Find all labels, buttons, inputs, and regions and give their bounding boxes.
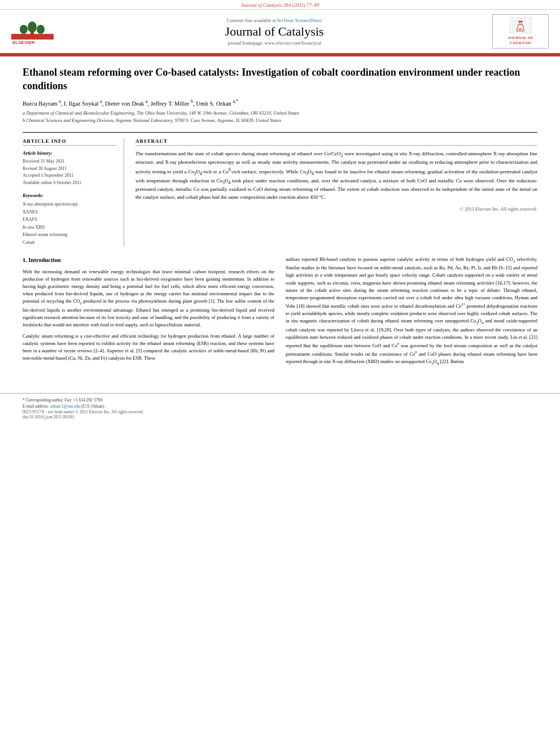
- journal-title: Journal of Catalysis: [56, 24, 492, 39]
- received-date: Received 31 May 2011: [23, 158, 117, 165]
- info-abstract-section: ARTICLE INFO Article history: Received 3…: [23, 132, 537, 247]
- keyword-6: Cobalt: [23, 239, 117, 247]
- copyright-text: 0021-9517/$ - see front matter © 2011 El…: [23, 409, 537, 414]
- affil-a-sup2: a: [100, 99, 102, 104]
- intro-para-1: With the increasing demand on renewable …: [23, 268, 274, 329]
- intro-para-2: Catalytic steam reforming is a cost-effe…: [23, 333, 274, 362]
- affiliation-b: b Chemical Sciences and Engineering Divi…: [23, 117, 537, 124]
- svg-point-4: [37, 25, 45, 34]
- copyright-doi-line: 0021-9517/$ - see front matter © 2011 El…: [23, 409, 537, 420]
- accepted-date: Accepted 1 September 2011: [23, 172, 117, 180]
- intro-col-right: authors reported Rh-based catalysts to p…: [286, 256, 537, 370]
- revised-date: Revised 30 August 2011: [23, 165, 117, 173]
- author-ozkan: Umit S. Ozkan: [196, 100, 231, 106]
- affil-a-sup3: a: [146, 99, 148, 104]
- keyword-1: X-ray absorption spectroscopy: [23, 200, 117, 208]
- introduction-section: 1. Introduction With the increasing dema…: [23, 256, 537, 370]
- footer-area: * Corresponding author. Fax: +1 614 292 …: [0, 393, 560, 426]
- corresponding-author-footnote: * Corresponding author. Fax: +1 614 292 …: [23, 397, 537, 403]
- intro-para-3: authors reported Rh-based catalysts to p…: [286, 256, 537, 367]
- affil-a-star-sup: a,*: [233, 99, 239, 104]
- author-miller: Jeffrey T. Miller: [151, 100, 190, 106]
- keyword-4: In situ XRD: [23, 224, 117, 231]
- affil-b-sup: b: [191, 99, 193, 104]
- sciverse-text: Contents lists available at: [227, 18, 276, 23]
- logo-line1: JOURNAL OF: [496, 36, 545, 41]
- journal-reference: Journal of Catalysis 284 (2011) 77–89: [240, 2, 319, 8]
- authors-line: Burcu Bayram a, I. Ilgaz Soykal a, Diete…: [23, 99, 537, 107]
- svg-rect-6: [509, 18, 532, 33]
- journal-logo-box-area: JOURNAL OF CATALYSIS: [492, 14, 549, 49]
- article-title: Ethanol steam reforming over Co-based ca…: [23, 65, 537, 93]
- main-content: Ethanol steam reforming over Co-based ca…: [0, 56, 560, 382]
- author-soykal: I. Ilgaz Soykal: [64, 100, 99, 106]
- author-deak: Dieter von Deak: [105, 100, 144, 106]
- article-info-col: ARTICLE INFO Article history: Received 3…: [23, 138, 124, 247]
- homepage-label: journal homepage: www.elsevier.com/locat…: [228, 40, 321, 46]
- doi-text: doi:10.1016/j.jcat.2011.09.001: [23, 414, 537, 420]
- affil-a-sup: a: [59, 99, 61, 104]
- keyword-5: Ethanol steam reforming: [23, 231, 117, 239]
- history-label: Article history:: [23, 150, 117, 156]
- article-info-header: ARTICLE INFO: [23, 138, 117, 146]
- svg-point-11: [518, 28, 523, 30]
- affiliation-a: a Department of Chemical and Biomolecula…: [23, 110, 537, 117]
- journal-logo-box: JOURNAL OF CATALYSIS: [492, 14, 549, 49]
- available-date: Available online 6 October 2011: [23, 180, 117, 187]
- email-link[interactable]: ozkan.1@osu.edu: [50, 404, 81, 409]
- email-suffix: (U.S. Ozkan).: [81, 404, 105, 409]
- journal-top-bar: Journal of Catalysis 284 (2011) 77–89: [0, 0, 560, 10]
- svg-text:ELSEVIER: ELSEVIER: [12, 40, 35, 45]
- sciverse-link[interactable]: SciVerse ScienceDirect: [277, 18, 322, 23]
- journal-homepage: journal homepage: www.elsevier.com/locat…: [56, 40, 492, 46]
- journal-header-center: Contents lists available at SciVerse Sci…: [56, 18, 492, 46]
- keyword-3: EXAFS: [23, 216, 117, 224]
- corresponding-label: * Corresponding author. Fax: +1 614 292 …: [23, 397, 103, 403]
- intro-section-title: 1. Introduction: [23, 256, 274, 265]
- abstract-text: The transformations and the state of cob…: [135, 150, 537, 202]
- keyword-2: XANES: [23, 208, 117, 216]
- email-label: E-mail address:: [23, 404, 49, 409]
- email-footnote: E-mail address: ozkan.1@osu.edu (U.S. Oz…: [23, 403, 537, 409]
- intro-col-left: 1. Introduction With the increasing dema…: [23, 256, 274, 370]
- abstract-col: ABSTRACT The transformations and the sta…: [135, 138, 537, 247]
- svg-point-3: [20, 25, 28, 34]
- svg-rect-5: [30, 30, 34, 35]
- abstract-header: ABSTRACT: [135, 138, 537, 146]
- keywords-label: Keywords:: [23, 193, 117, 198]
- sciverse-line: Contents lists available at SciVerse Sci…: [56, 18, 492, 23]
- author-bayram: Burcu Bayram: [23, 100, 58, 106]
- logo-line2: CATALYSIS: [496, 41, 545, 46]
- affiliations: a Department of Chemical and Biomolecula…: [23, 110, 537, 124]
- journal-header: ELSEVIER Contents lists available at Sci…: [0, 10, 560, 54]
- copyright-line: © 2011 Elsevier Inc. All rights reserved…: [135, 206, 537, 212]
- svg-rect-7: [518, 21, 523, 22]
- elsevier-logo-area: ELSEVIER: [11, 17, 56, 46]
- journal-logo-image: [509, 17, 532, 34]
- elsevier-logo-icon: ELSEVIER: [11, 17, 54, 45]
